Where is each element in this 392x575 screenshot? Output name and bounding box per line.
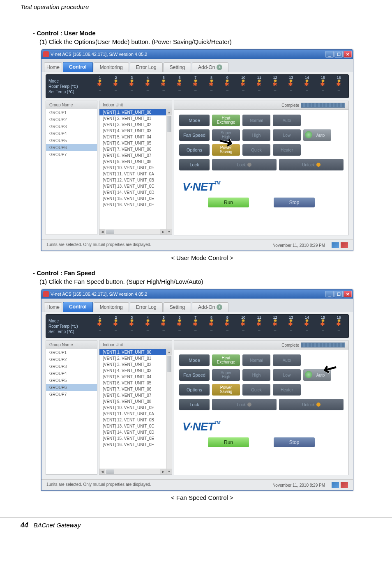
group-list[interactable]: GROUP1GROUP2GROUP3GROUP4GROUP5GROUP6GROU… [46, 349, 97, 475]
unit-item[interactable]: [VENT] 4. VENT_UNIT_03 [99, 128, 172, 134]
fan-high-button[interactable]: High [242, 129, 270, 141]
hscroll-left-button[interactable]: ◀ [99, 469, 105, 474]
group-item[interactable]: GROUP2 [46, 116, 97, 123]
group-item[interactable]: GROUP3 [46, 123, 97, 130]
unit-item[interactable]: [VENT] 13. VENT_UNIT_0C [99, 183, 172, 189]
unit-list[interactable]: [VENT] 1. VENT_UNIT_00[VENT] 2. VENT_UNI… [99, 349, 172, 475]
unit-item[interactable]: [VENT] 11. VENT_UNIT_0A [99, 411, 172, 417]
unit-item[interactable]: [VENT] 6. VENT_UNIT_05 [99, 380, 172, 386]
unit-item[interactable]: [VENT] 15. VENT_UNIT_0E [99, 196, 172, 202]
mode-auto-button[interactable]: Auto [273, 115, 301, 126]
maximize-button[interactable]: ☐ [334, 291, 343, 297]
tab-setting[interactable]: Setting [164, 62, 191, 72]
scroll-thumb[interactable] [167, 116, 171, 132]
group-item[interactable]: GROUP5 [46, 377, 97, 384]
group-item[interactable]: GROUP4 [46, 370, 97, 377]
unit-item[interactable]: [VENT] 5. VENT_UNIT_04 [99, 134, 172, 140]
tab-addon[interactable]: Add-On+ [192, 302, 228, 312]
unit-item[interactable]: [VENT] 6. VENT_UNIT_05 [99, 140, 172, 146]
unit-item[interactable]: [VENT] 14. VENT_UNIT_0D [99, 429, 172, 435]
stop-button[interactable]: Stop [274, 437, 315, 447]
unit-item[interactable]: [VENT] 2. VENT_UNIT_01 [99, 115, 172, 122]
mode-normal-button[interactable]: Normal [242, 115, 270, 126]
unit-item[interactable]: [VENT] 11. VENT_UNIT_0A [99, 171, 172, 177]
minimize-button[interactable]: _ [325, 51, 334, 58]
close-button[interactable]: ✕ [344, 51, 352, 58]
group-item[interactable]: GROUP1 [46, 349, 97, 356]
fan-low-button[interactable]: Low [273, 369, 301, 381]
scroll-up-button[interactable]: ▲ [166, 109, 172, 115]
unit-item[interactable]: [VENT] 16. VENT_UNIT_0F [99, 442, 172, 448]
stop-button[interactable]: Stop [274, 198, 315, 207]
group-list[interactable]: GROUP1GROUP2GROUP3GROUP4GROUP5GROUP6GROU… [46, 109, 97, 235]
group-item[interactable]: GROUP2 [46, 356, 97, 363]
tab-control[interactable]: Control [63, 302, 93, 312]
scroll-up-button[interactable]: ▲ [166, 349, 172, 355]
lock-button[interactable]: Lock [212, 159, 277, 170]
hscroll-thumb[interactable] [106, 230, 114, 234]
unit-item[interactable]: [VENT] 10. VENT_UNIT_09 [99, 405, 172, 411]
hscrollbar[interactable]: ◀ ▶ [99, 229, 166, 235]
lock-button[interactable]: Lock [212, 399, 277, 410]
tab-errorlog[interactable]: Error Log [130, 62, 163, 72]
group-item[interactable]: GROUP6 [46, 144, 97, 151]
fan-auto-button[interactable]: Auto [303, 129, 331, 141]
options-quick-button[interactable]: Quick [242, 384, 270, 396]
run-button[interactable]: Run [208, 437, 249, 447]
group-item[interactable]: GROUP1 [46, 109, 97, 116]
mode-heat-button[interactable]: Heat Exchange [212, 354, 240, 366]
tab-monitoring[interactable]: Monitoring [94, 62, 129, 72]
close-button[interactable]: ✕ [344, 291, 352, 297]
unit-item[interactable]: [VENT] 14. VENT_UNIT_0D [99, 189, 172, 196]
unit-item[interactable]: [VENT] 12. VENT_UNIT_0B [99, 417, 172, 423]
unit-item[interactable]: [VENT] 9. VENT_UNIT_08 [99, 159, 172, 165]
unit-item[interactable]: [VENT] 12. VENT_UNIT_0B [99, 177, 172, 183]
tab-home[interactable]: Home [44, 62, 62, 72]
unit-item[interactable]: [VENT] 2. VENT_UNIT_01 [99, 355, 172, 361]
tab-home[interactable]: Home [44, 302, 62, 312]
unit-item[interactable]: [VENT] 8. VENT_UNIT_07 [99, 392, 172, 398]
minimize-button[interactable]: _ [325, 291, 334, 297]
run-button[interactable]: Run [208, 198, 249, 207]
unit-item[interactable]: [VENT] 9. VENT_UNIT_08 [99, 398, 172, 405]
options-power-button[interactable]: Power Saving [212, 384, 240, 396]
mode-normal-button[interactable]: Normal [242, 354, 270, 366]
unit-list[interactable]: [VENT] 1. VENT_UNIT_00[VENT] 2. VENT_UNI… [99, 109, 172, 235]
mode-auto-button[interactable]: Auto [273, 354, 301, 366]
unit-item[interactable]: [VENT] 1. VENT_UNIT_00 [99, 109, 172, 115]
group-item[interactable]: GROUP4 [46, 130, 97, 137]
unit-item[interactable]: [VENT] 7. VENT_UNIT_06 [99, 386, 172, 392]
group-item[interactable]: GROUP6 [46, 384, 97, 391]
unit-item[interactable]: [VENT] 7. VENT_UNIT_06 [99, 146, 172, 152]
hscroll-right-button[interactable]: ▶ [160, 229, 166, 235]
mode-heat-button[interactable]: Heat Exchange [212, 115, 240, 126]
unit-item[interactable]: [VENT] 16. VENT_UNIT_0F [99, 202, 172, 208]
maximize-button[interactable]: ☐ [334, 51, 343, 58]
unit-item[interactable]: [VENT] 13. VENT_UNIT_0C [99, 423, 172, 429]
group-item[interactable]: GROUP7 [46, 391, 97, 398]
unlock-button[interactable]: Unlock [279, 159, 344, 170]
hscroll-thumb[interactable] [106, 469, 114, 474]
hscroll-left-button[interactable]: ◀ [99, 229, 105, 235]
scroll-down-button[interactable]: ▼ [166, 229, 172, 235]
unit-item[interactable]: [VENT] 3. VENT_UNIT_02 [99, 361, 172, 368]
tab-control[interactable]: Control [63, 62, 93, 72]
options-heater-button[interactable]: Heater [273, 384, 301, 396]
hscroll-right-button[interactable]: ▶ [160, 469, 166, 474]
unit-item[interactable]: [VENT] 3. VENT_UNIT_02 [99, 122, 172, 128]
group-item[interactable]: GROUP7 [46, 151, 97, 158]
fan-low-button[interactable]: Low [273, 129, 301, 141]
unit-item[interactable]: [VENT] 5. VENT_UNIT_04 [99, 374, 172, 380]
options-quick-button[interactable]: Quick [242, 144, 270, 156]
scrollbar[interactable]: ▲ ▼ [166, 109, 172, 235]
unit-item[interactable]: [VENT] 8. VENT_UNIT_07 [99, 152, 172, 159]
group-item[interactable]: GROUP5 [46, 137, 97, 144]
group-item[interactable]: GROUP3 [46, 363, 97, 370]
unit-item[interactable]: [VENT] 4. VENT_UNIT_03 [99, 368, 172, 374]
fan-high-button[interactable]: High [242, 369, 270, 381]
tab-monitoring[interactable]: Monitoring [94, 302, 129, 312]
unlock-button[interactable]: Unlock [279, 399, 344, 410]
fan-superhigh-button[interactable]: Super High [212, 369, 240, 381]
options-heater-button[interactable]: Heater [273, 144, 301, 156]
hscrollbar[interactable]: ◀ ▶ [99, 469, 166, 474]
